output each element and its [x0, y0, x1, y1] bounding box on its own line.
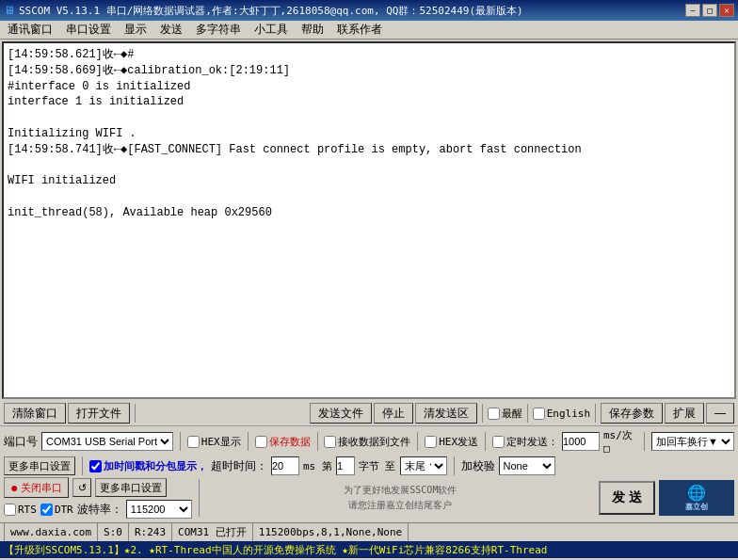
ticker-text: 【升级到SSCOM5.13.1】★2. ★RT-Thread中国人的开源免费操作… — [4, 543, 547, 557]
status-s: S:0 — [98, 523, 129, 541]
control-row-3: ● 关闭串口 ↺ 更多串口设置 RTS DTR 波特率： 115200 — [4, 477, 734, 519]
clear-window-button[interactable]: 清除窗口 — [4, 403, 66, 424]
port-select[interactable]: COM31 USB Serial Port — [41, 432, 173, 451]
terminal-text: [14:59:58.621]收←◆# [14:59:58.669]收←◆cali… — [8, 47, 730, 221]
sep4 — [595, 404, 596, 423]
controls-area: 端口号 COM31 USB Serial Port HEX显示 保存数据 接收数… — [0, 426, 738, 522]
last-checkbox[interactable] — [488, 408, 500, 420]
hex-send-label: HEX发送 — [425, 435, 478, 449]
control-row-1: 端口号 COM31 USB Serial Port HEX显示 保存数据 接收数… — [4, 428, 734, 455]
menu-multistring[interactable]: 多字符串 — [190, 22, 247, 39]
menu-tools[interactable]: 小工具 — [249, 22, 294, 39]
dtr-label: DTR — [40, 504, 73, 516]
port-label: 端口号 — [4, 434, 38, 450]
hex-display-label: HEX显示 — [187, 435, 241, 449]
recv-file-text: 接收数据到文件 — [338, 435, 410, 449]
sep3 — [527, 404, 528, 423]
status-baud: 115200bps,8,1,None,None — [253, 523, 409, 541]
logo-area: 🌐 嘉立创 — [659, 480, 734, 516]
hex-send-checkbox[interactable] — [425, 436, 437, 448]
promote-text2: 请您注册嘉立创结尾客户 — [348, 499, 452, 512]
end-select[interactable]: 末尾 ▼ — [400, 456, 447, 475]
timestamp-checkbox[interactable] — [89, 460, 102, 472]
status-website: www.daxia.com — [4, 523, 98, 541]
english-label: English — [547, 408, 590, 420]
hex-display-text: HEX显示 — [201, 435, 241, 449]
timed-value-input[interactable] — [562, 432, 600, 451]
collapse-button[interactable]: — — [706, 403, 734, 424]
toolbar-row1: 清除窗口 打开文件 发送文件 停止 清发送区 最醒 English 保存参数 扩… — [0, 401, 738, 426]
send-file-button[interactable]: 发送文件 — [310, 403, 372, 424]
status-port: COM31 已打开 — [172, 523, 253, 541]
sep2 — [482, 404, 483, 423]
rts-checkbox[interactable] — [4, 504, 16, 516]
timeout-label: 超时时间： — [211, 458, 267, 474]
rts-text: RTS — [18, 504, 37, 516]
expand-button[interactable]: 扩展 — [665, 403, 704, 424]
minimize-button[interactable]: — — [685, 4, 700, 17]
sep7 — [317, 432, 318, 451]
timeout-unit: ms 第 — [303, 459, 332, 473]
menu-serial-settings[interactable]: 串口设置 — [60, 22, 117, 39]
menu-send[interactable]: 发送 — [154, 22, 188, 39]
sep10 — [644, 432, 645, 451]
control-row-2: 更多串口设置 加时间戳和分包显示， 超时时间： ms 第 字节 至 末尾 ▼ 加… — [4, 456, 734, 475]
sep1 — [135, 404, 136, 423]
hex-send-text: HEX发送 — [439, 435, 478, 449]
timed-send-label: 定时发送： — [492, 435, 558, 449]
title-bar-text: 🖥 SSCOM V5.13.1 串口/网络数据调试器,作者:大虾丁丁,26180… — [4, 4, 523, 18]
byte-unit: 字节 至 — [359, 459, 396, 473]
close-button[interactable]: ✕ — [719, 4, 734, 17]
rts-dtr-row: RTS DTR 波特率： 115200 — [4, 500, 192, 519]
maximize-button[interactable]: □ — [702, 4, 717, 17]
menu-comms[interactable]: 通讯窗口 — [2, 22, 58, 39]
sep12 — [454, 456, 455, 475]
dtr-checkbox[interactable] — [40, 504, 53, 516]
menu-bar: 通讯窗口 串口设置 显示 发送 多字符串 小工具 帮助 联系作者 — [0, 21, 738, 40]
title-bar: 🖥 SSCOM V5.13.1 串口/网络数据调试器,作者:大虾丁丁,26180… — [0, 0, 738, 21]
menu-contact[interactable]: 联系作者 — [331, 22, 388, 39]
recv-file-checkbox[interactable] — [324, 436, 336, 448]
send-button[interactable]: 发 送 — [599, 481, 655, 515]
sep11 — [82, 456, 83, 475]
timed-send-text: 定时发送： — [506, 435, 558, 449]
clear-send-button[interactable]: 清发送区 — [415, 403, 477, 424]
recv-file-label: 接收数据到文件 — [324, 435, 410, 449]
title-controls: — □ ✕ — [685, 4, 734, 17]
stop-button[interactable]: 停止 — [374, 403, 413, 424]
baud-label: 波特率： — [77, 502, 122, 518]
more-ports-button[interactable]: 更多串口设置 — [4, 456, 75, 475]
menu-display[interactable]: 显示 — [119, 22, 152, 39]
save-data-label: 保存数据 — [255, 435, 311, 449]
timestamp-text: 加时间戳和分包显示， — [104, 459, 207, 473]
last-checkbox-label: 最醒 — [488, 407, 522, 421]
timed-send-checkbox[interactable] — [492, 436, 505, 448]
timeout-input[interactable] — [271, 456, 299, 475]
status-r: R:243 — [129, 523, 172, 541]
add-crlf-select[interactable]: 加回车换行▼ — [651, 432, 734, 451]
more-ports-button2[interactable]: 更多串口设置 — [95, 478, 167, 497]
sep5 — [180, 432, 181, 451]
checksum-label: 加校验 — [461, 458, 495, 474]
sep6 — [248, 432, 249, 451]
baud-select[interactable]: 115200 — [126, 500, 192, 519]
save-data-text: 保存数据 — [269, 435, 311, 449]
timestamp-label: 加时间戳和分包显示， — [89, 459, 207, 473]
checksum-select[interactable]: None — [499, 456, 555, 475]
dtr-text: DTR — [55, 504, 73, 516]
close-port-button[interactable]: ● 关闭串口 — [4, 477, 69, 498]
app-title: SSCOM V5.13.1 串口/网络数据调试器,作者:大虾丁丁,2618058… — [19, 4, 523, 18]
save-data-checkbox[interactable] — [255, 436, 267, 448]
refresh-button[interactable]: ↺ — [72, 478, 91, 497]
english-checkbox-label: English — [533, 408, 590, 420]
english-checkbox[interactable] — [533, 408, 545, 420]
rts-label: RTS — [4, 504, 37, 516]
status-bar: www.daxia.com S:0 R:243 COM31 已打开 115200… — [0, 522, 738, 541]
menu-help[interactable]: 帮助 — [296, 22, 329, 39]
close-port-text: 关闭串口 — [21, 481, 62, 495]
open-file-button[interactable]: 打开文件 — [68, 403, 130, 424]
byte-input[interactable] — [336, 456, 355, 475]
save-params-button[interactable]: 保存参数 — [601, 403, 663, 424]
hex-display-checkbox[interactable] — [187, 436, 200, 448]
terminal-output: [14:59:58.621]收←◆# [14:59:58.669]收←◆cali… — [2, 41, 736, 399]
